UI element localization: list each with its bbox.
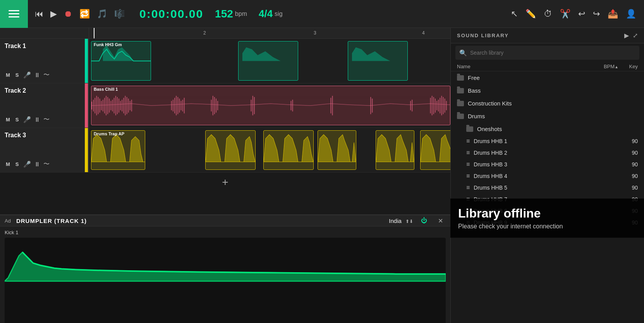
- drumpler-header: Ad DRUMPLER (TRACK 1) India ⬆⬇ ⏻ ✕: [0, 215, 450, 226]
- mic-icon-1[interactable]: 🎤: [23, 71, 31, 79]
- library-play-icon[interactable]: ▶: [624, 32, 629, 39]
- curve-icon-3[interactable]: 〜: [43, 160, 50, 168]
- svg-rect-56: [433, 97, 434, 114]
- time-sig-display[interactable]: 4/4: [259, 8, 273, 20]
- svg-marker-65: [91, 135, 145, 162]
- transport-controls: ⏮ ▶ ⏺ 🔁 🎵 🎼: [28, 9, 132, 19]
- clip-drums-trap-f[interactable]: [420, 130, 450, 170]
- track-label-spacer: [0, 28, 89, 38]
- mute-button-2[interactable]: M: [5, 116, 11, 123]
- clip-funk-hh3-b[interactable]: [238, 41, 298, 81]
- eq-icon-1[interactable]: ⏸: [34, 72, 40, 79]
- folder-drums-label: Drums: [468, 113, 638, 119]
- svg-rect-54: [430, 98, 431, 113]
- audio-item-icon: ≡: [466, 173, 470, 180]
- svg-marker-70: [421, 135, 450, 162]
- scissors-icon[interactable]: ✂️: [560, 9, 570, 19]
- clip-bass-chill-label: Bass Chill 1: [94, 87, 118, 92]
- close-button[interactable]: ✕: [435, 215, 446, 226]
- record-icon[interactable]: ⏺: [64, 9, 72, 19]
- loop-icon[interactable]: 🔁: [79, 9, 90, 19]
- solo-button-2[interactable]: S: [14, 116, 20, 123]
- clip-drums-trap-d[interactable]: [318, 130, 356, 170]
- list-item[interactable]: ≡ Drums HHB 1 90: [451, 135, 644, 147]
- rewind-icon[interactable]: ⏮: [35, 9, 43, 19]
- pencil-icon[interactable]: ✏️: [526, 9, 536, 19]
- list-item[interactable]: ≡ Drums HHB 3 90: [451, 159, 644, 170]
- clip-drums-trap-c[interactable]: [263, 130, 314, 170]
- track-2-content[interactable]: Bass Chill 1: [89, 83, 450, 128]
- clip-bass-chill[interactable]: Bass Chill 1: [91, 86, 450, 126]
- metronome-icon[interactable]: 🎵: [97, 9, 107, 19]
- track-1-content[interactable]: Funk HH3 Gm: [89, 39, 450, 83]
- svg-rect-8: [100, 98, 100, 112]
- library-folder-free[interactable]: Free: [451, 71, 644, 84]
- svg-marker-67: [264, 135, 313, 162]
- svg-rect-64: [446, 101, 447, 110]
- col-key-header: Key: [618, 64, 638, 69]
- svg-marker-1: [242, 47, 281, 61]
- drumpler-preset-selector[interactable]: India ⬆⬇: [389, 218, 413, 224]
- cursor-icon[interactable]: ↖: [511, 9, 518, 19]
- svg-rect-13: [107, 97, 108, 114]
- track-row: Track 1 M S 🎤 ⏸ 〜 Funk HH3 Gm: [0, 39, 450, 83]
- folder-free-label: Free: [468, 74, 638, 81]
- clip-funk-hh3[interactable]: Funk HH3 Gm: [91, 41, 151, 81]
- clip-funk-hh3-c[interactable]: [348, 41, 408, 81]
- bpm-display[interactable]: 152: [215, 8, 233, 20]
- menu-button[interactable]: [0, 0, 28, 28]
- item-drums-hhb1-bpm: 90: [615, 138, 638, 144]
- list-item[interactable]: ≡ Drums HHB 4 90: [451, 170, 644, 182]
- eq-icon-3[interactable]: ⏸: [34, 161, 40, 168]
- timer-icon[interactable]: ⏱: [544, 9, 552, 19]
- drumpler-ad-label[interactable]: Ad: [5, 218, 11, 224]
- add-track-button[interactable]: +: [0, 173, 450, 192]
- list-item[interactable]: ≡ Drums HHB 2 90: [451, 147, 644, 159]
- svg-rect-14: [109, 98, 110, 112]
- power-button[interactable]: ⏻: [419, 215, 429, 226]
- library-folder-drums[interactable]: Drums: [451, 110, 644, 123]
- play-icon[interactable]: ▶: [50, 9, 57, 19]
- curve-icon-2[interactable]: 〜: [43, 116, 50, 124]
- search-input[interactable]: [470, 50, 635, 56]
- folder-icon: [457, 88, 464, 93]
- playhead[interactable]: [94, 28, 94, 38]
- share-icon[interactable]: 📤: [608, 9, 618, 19]
- svg-rect-25: [127, 97, 127, 114]
- library-folder-bass[interactable]: Bass: [451, 84, 644, 97]
- track-row: Track 2 M S 🎤 ⏸ 〜 Bass Chill 1: [0, 83, 450, 128]
- clip-drums-trap-b[interactable]: [205, 130, 256, 170]
- svg-rect-15: [110, 101, 111, 110]
- curve-icon-1[interactable]: 〜: [43, 71, 50, 79]
- library-folder-construction-kits[interactable]: Construction Kits: [451, 97, 644, 110]
- library-folder-oneshots[interactable]: Oneshots: [451, 123, 644, 135]
- redo-icon[interactable]: ↪: [593, 9, 600, 19]
- clip-drums-trap-e[interactable]: [376, 130, 414, 170]
- svg-marker-69: [376, 135, 414, 162]
- library-expand-icon[interactable]: ⤢: [633, 32, 638, 39]
- track-1-label: Track 1 M S 🎤 ⏸ 〜: [0, 39, 89, 83]
- midi-icon[interactable]: 🎼: [114, 9, 125, 19]
- mute-button-1[interactable]: M: [5, 71, 11, 79]
- item-drums-hhb3-label: Drums HHB 3: [474, 161, 615, 168]
- list-item[interactable]: ≡ Drums HHB 5 90: [451, 182, 644, 193]
- eq-icon-2[interactable]: ⏸: [34, 116, 40, 123]
- folder-construction-kits-label: Construction Kits: [468, 100, 638, 107]
- mic-icon-2[interactable]: 🎤: [23, 116, 31, 123]
- track-3-content[interactable]: Drums Trap AP: [89, 128, 450, 172]
- undo-icon[interactable]: ↩: [578, 9, 585, 19]
- clip-drums-trap-a[interactable]: Drums Trap AP: [91, 130, 145, 170]
- svg-rect-44: [252, 96, 253, 115]
- mute-button-3[interactable]: M: [5, 161, 11, 168]
- solo-button-1[interactable]: S: [14, 71, 20, 79]
- profile-icon[interactable]: 👤: [626, 9, 636, 19]
- mic-icon-3[interactable]: 🎤: [23, 161, 31, 168]
- svg-rect-34: [179, 98, 180, 112]
- svg-rect-40: [214, 97, 215, 114]
- item-drums-hhb3-bpm: 90: [615, 161, 638, 168]
- svg-rect-24: [125, 96, 125, 115]
- col-bpm-header: BPM▲: [595, 64, 618, 69]
- svg-rect-53: [412, 100, 412, 111]
- solo-button-3[interactable]: S: [14, 161, 20, 168]
- svg-rect-30: [173, 100, 173, 111]
